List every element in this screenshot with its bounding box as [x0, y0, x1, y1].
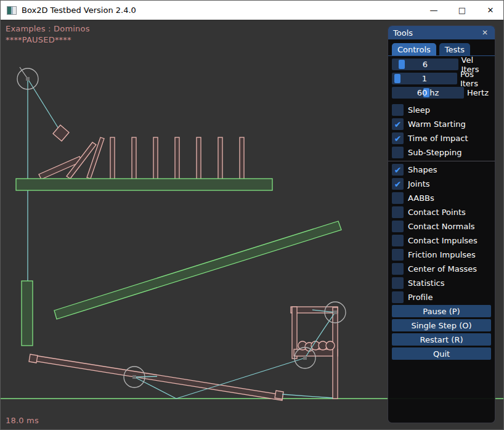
checkbox-time-of-impact[interactable]: ✔ Time of Impact	[392, 132, 491, 144]
checkbox-contact-points[interactable]: ✔ Contact Points	[392, 206, 491, 218]
tab-bar: Controls Tests	[392, 43, 491, 55]
check-icon: ✔	[394, 166, 402, 174]
frame-time-label: 18.0 ms	[6, 416, 39, 425]
checkbox-warm-starting[interactable]: ✔ Warm Starting	[392, 118, 491, 130]
vel-iters-row: 6 Vel Iters	[392, 59, 491, 70]
hertz-row: 60 hz Hertz	[392, 87, 491, 99]
check-icon: ✔	[394, 134, 402, 143]
checkbox-sub-stepping[interactable]: ✔ Sub-Stepping	[392, 147, 491, 158]
tab-controls[interactable]: Controls	[392, 43, 436, 55]
checkbox-box: ✔	[392, 192, 404, 204]
pos-iters-label: Pos Iters	[460, 70, 491, 88]
checkbox-aabbs[interactable]: ✔ AABBs	[392, 192, 491, 204]
checkbox-box: ✔	[392, 235, 404, 246]
checkbox-contact-normals[interactable]: ✔ Contact Normals	[392, 221, 491, 232]
tab-tests[interactable]: Tests	[439, 43, 470, 55]
checkbox-shapes[interactable]: ✔ Shapes	[392, 164, 491, 176]
checkbox-statistics[interactable]: ✔ Statistics	[392, 277, 491, 289]
checkbox-profile[interactable]: ✔ Profile	[392, 291, 491, 303]
checkbox-box: ✔	[392, 291, 404, 303]
hertz-label: Hertz	[467, 88, 489, 97]
checkbox-friction-impulses[interactable]: ✔ Friction Impulses	[392, 249, 491, 261]
single-step-button[interactable]: Single Step (O)	[392, 319, 491, 331]
maximize-button[interactable]: □	[448, 1, 476, 20]
tools-panel-titlebar[interactable]: Tools ✕	[388, 26, 495, 39]
pos-iters-row: 1 Pos Iters	[392, 73, 491, 84]
window-titlebar[interactable]: Box2D Testbed Version 2.4.0 — □ ✕	[1, 1, 504, 20]
minimize-button[interactable]: —	[420, 1, 448, 20]
checkbox-center-of-masses[interactable]: ✔ Center of Masses	[392, 263, 491, 275]
hertz-value: 60 hz	[392, 87, 464, 99]
quit-button[interactable]: Quit	[392, 347, 491, 360]
check-icon: ✔	[394, 180, 402, 189]
checkbox-box: ✔	[392, 164, 404, 176]
checkbox-box: ✔	[392, 178, 404, 190]
checkbox-box: ✔	[392, 277, 404, 289]
window-title: Box2D Testbed Version 2.4.0	[22, 6, 136, 15]
pos-iters-value: 1	[392, 73, 457, 84]
checkbox-box: ✔	[392, 221, 404, 232]
checkbox-contact-impulses[interactable]: ✔ Contact Impulses	[392, 235, 491, 246]
app-icon	[7, 6, 17, 15]
checkbox-box: ✔	[392, 132, 404, 144]
pos-iters-slider[interactable]: 1	[392, 73, 457, 84]
checkbox-box: ✔	[392, 263, 404, 275]
checkbox-box: ✔	[392, 104, 404, 116]
checkbox-box: ✔	[392, 206, 404, 218]
panel-close-icon[interactable]: ✕	[480, 28, 490, 38]
app-window: Box2D Testbed Version 2.4.0 — □ ✕ Exampl…	[0, 0, 504, 430]
paused-label: ****PAUSED****	[6, 35, 71, 44]
checkbox-sleep[interactable]: ✔ Sleep	[392, 104, 491, 116]
example-label: Examples : Dominos	[6, 24, 90, 33]
checkbox-joints[interactable]: ✔ Joints	[392, 178, 491, 190]
restart-button[interactable]: Restart (R)	[392, 333, 491, 346]
tools-panel: Tools ✕ Controls Tests 6 Vel Iters 1	[388, 25, 495, 423]
hertz-slider[interactable]: 60 hz	[392, 87, 464, 99]
check-icon: ✔	[394, 120, 402, 129]
close-button[interactable]: ✕	[476, 1, 504, 20]
tools-panel-title: Tools	[393, 28, 413, 38]
separator	[388, 161, 495, 161]
pause-button[interactable]: Pause (P)	[392, 305, 491, 317]
checkbox-box: ✔	[392, 249, 404, 261]
vel-iters-value: 6	[392, 59, 458, 70]
checkbox-box: ✔	[392, 147, 404, 158]
vel-iters-slider[interactable]: 6	[392, 59, 458, 70]
checkbox-box: ✔	[392, 118, 404, 130]
